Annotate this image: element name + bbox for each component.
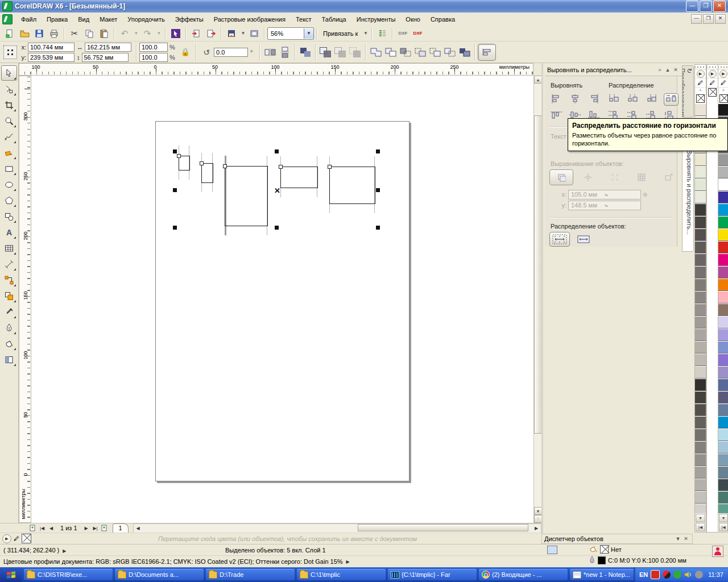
- color-swatch[interactable]: [695, 291, 706, 304]
- vertical-scrollbar[interactable]: ▲ ▼ ⁘: [533, 76, 542, 523]
- color-swatch[interactable]: [695, 153, 706, 166]
- align-right-button[interactable]: [587, 93, 601, 105]
- object-node[interactable]: [328, 165, 332, 169]
- taskbar-item[interactable]: D:\Trade: [206, 569, 295, 580]
- snap-to-label[interactable]: Привязать к: [320, 30, 361, 37]
- dxf-import-icon[interactable]: DXF: [395, 26, 410, 41]
- table-tool[interactable]: [1, 240, 17, 256]
- volume-tray-icon[interactable]: [684, 571, 692, 579]
- menu-файл[interactable]: Файл: [16, 14, 42, 24]
- menu-вид[interactable]: Вид: [73, 14, 94, 24]
- color-swatch[interactable]: [695, 416, 706, 429]
- color-swatch[interactable]: [718, 291, 728, 304]
- align-to-page-center-button[interactable]: [603, 169, 627, 185]
- color-swatch[interactable]: [695, 166, 706, 178]
- undo-dropdown[interactable]: ▼: [132, 26, 140, 41]
- color-swatch[interactable]: [695, 103, 706, 116]
- menu-растровые изображения[interactable]: Растровые изображения: [209, 14, 291, 24]
- launcher-dropdown[interactable]: ▼: [239, 26, 247, 41]
- copy-button[interactable]: [82, 26, 97, 41]
- taskbar-item[interactable]: *new 1 - Notep...: [570, 569, 634, 580]
- mirror-vertical-button[interactable]: [278, 45, 292, 59]
- object-manager-collapse-icon[interactable]: ▼: [674, 535, 682, 543]
- rotation-angle-field[interactable]: 0.0: [214, 48, 248, 57]
- color-swatch[interactable]: [718, 391, 728, 404]
- color-swatch[interactable]: [718, 354, 728, 366]
- menu-правка[interactable]: Правка: [42, 14, 73, 24]
- selection-handle[interactable]: [275, 149, 279, 153]
- selection-center-mark[interactable]: ✕: [274, 188, 280, 194]
- options-button[interactable]: [375, 26, 390, 41]
- drawing-canvas[interactable]: ✕: [31, 76, 533, 523]
- color-swatch[interactable]: [718, 253, 728, 266]
- menu-эффекты[interactable]: Эффекты: [170, 14, 209, 24]
- create-boundary-button[interactable]: [457, 45, 472, 59]
- prev-page-button[interactable]: ◀: [47, 524, 56, 533]
- color-swatch[interactable]: [718, 304, 728, 316]
- color-swatch[interactable]: [695, 178, 706, 191]
- paste-button[interactable]: [97, 26, 111, 41]
- zoom-tool[interactable]: [1, 113, 17, 128]
- docker-menu-icon[interactable]: »: [656, 66, 664, 74]
- menu-упорядочить[interactable]: Упорядочить: [122, 14, 169, 24]
- user-account-icon[interactable]: [712, 546, 723, 557]
- color-swatch[interactable]: [695, 216, 706, 228]
- distribute-center-h-button[interactable]: [626, 93, 640, 105]
- last-page-button[interactable]: ▶|: [91, 524, 100, 533]
- open-button[interactable]: [17, 26, 32, 41]
- palette-expand-button[interactable]: |◀: [719, 523, 728, 531]
- color-swatch[interactable]: [695, 266, 706, 278]
- save-button[interactable]: [32, 26, 47, 41]
- color-swatch[interactable]: [718, 266, 728, 278]
- interactive-fill-tool[interactable]: [1, 352, 17, 367]
- selection-handle[interactable]: [376, 188, 380, 192]
- color-swatch[interactable]: [718, 479, 728, 491]
- color-swatch[interactable]: [695, 304, 706, 316]
- menu-текст[interactable]: Текст: [291, 14, 317, 24]
- color-swatch[interactable]: [718, 404, 728, 416]
- welcome-screen-button[interactable]: [247, 26, 262, 41]
- restore-button[interactable]: ❐: [700, 1, 712, 12]
- align-top-button[interactable]: [549, 109, 563, 120]
- combine-button[interactable]: [298, 45, 313, 59]
- align-center-h-button[interactable]: [568, 93, 582, 105]
- antivirus-tray-icon[interactable]: [663, 571, 671, 579]
- cut-button[interactable]: ✂: [67, 26, 82, 41]
- palette-scroll-down[interactable]: ▼: [719, 514, 728, 522]
- taskbar-item[interactable]: {C:\1\tmplic} - Far: [388, 569, 477, 580]
- color-swatch[interactable]: [718, 178, 728, 191]
- palette-flyout-button[interactable]: ▶: [719, 70, 727, 78]
- color-swatch[interactable]: [718, 454, 728, 466]
- menu-справка[interactable]: Справка: [425, 14, 460, 24]
- hscroll-left-button[interactable]: ◀: [134, 524, 143, 533]
- color-swatch[interactable]: [718, 203, 728, 216]
- rectangle-tool[interactable]: [1, 161, 17, 176]
- taskbar-item[interactable]: D:\Documents a...: [115, 569, 204, 580]
- simplify-button[interactable]: [413, 45, 428, 59]
- doc-palette-no-color-swatch[interactable]: [22, 534, 31, 543]
- object-node[interactable]: [177, 154, 181, 158]
- proof-colors-icon[interactable]: [547, 546, 557, 554]
- redo-button[interactable]: ↷: [140, 26, 155, 41]
- menu-окно[interactable]: Окно: [400, 14, 425, 24]
- palette-flyout-button[interactable]: ▶: [709, 70, 717, 78]
- object-width-field[interactable]: 162.215 мм: [85, 43, 131, 52]
- doc-palette-flyout-button[interactable]: ▶: [2, 534, 11, 543]
- close-button[interactable]: ✕: [713, 1, 726, 12]
- scroll-down-button[interactable]: ▼: [534, 507, 542, 515]
- object-node[interactable]: [200, 161, 204, 165]
- selection-handle[interactable]: [173, 149, 177, 153]
- blend-tool[interactable]: [1, 288, 17, 304]
- color-swatch[interactable]: [718, 166, 728, 178]
- color-swatch[interactable]: [695, 379, 706, 391]
- color-swatch[interactable]: [695, 429, 706, 441]
- mirror-horizontal-button[interactable]: [263, 45, 278, 59]
- scale-y-field[interactable]: 100.0: [139, 53, 168, 62]
- color-swatch[interactable]: [695, 278, 706, 291]
- polygon-tool[interactable]: [1, 193, 17, 208]
- rectangle-object[interactable]: [280, 167, 318, 188]
- align-distribute-button[interactable]: [478, 44, 496, 61]
- no-color-swatch[interactable]: [696, 94, 705, 103]
- palette-scroll-down[interactable]: ▼: [696, 514, 705, 522]
- green-tray-icon[interactable]: [673, 571, 681, 579]
